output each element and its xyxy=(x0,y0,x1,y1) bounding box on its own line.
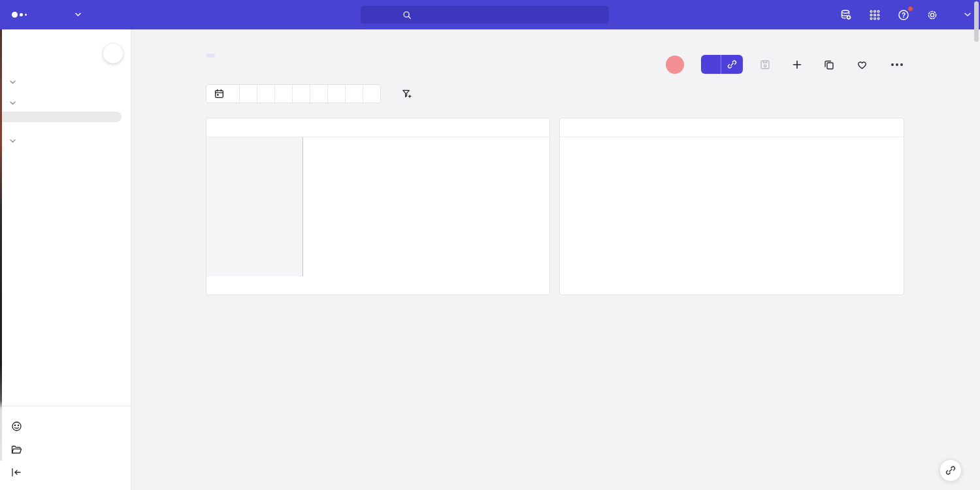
chevron-down-icon xyxy=(10,139,16,143)
preset-3m[interactable] xyxy=(310,85,327,103)
avatar[interactable] xyxy=(666,56,684,74)
favorite-button[interactable] xyxy=(857,59,873,70)
duplicate-icon xyxy=(824,59,834,70)
search-input[interactable] xyxy=(417,10,567,20)
search-icon xyxy=(402,10,412,20)
apps-grid-icon[interactable] xyxy=(868,8,882,22)
duplicate-button[interactable] xyxy=(824,59,840,70)
global-search[interactable] xyxy=(361,6,609,24)
nav-item-dashboards[interactable] xyxy=(44,0,62,29)
preset-6m[interactable] xyxy=(327,85,345,103)
sidebar-section-created-by-you[interactable] xyxy=(0,139,131,143)
preset-30d[interactable] xyxy=(292,85,310,103)
mode-logo[interactable] xyxy=(12,12,27,18)
background-window-edge xyxy=(0,29,2,461)
heart-icon xyxy=(857,59,868,70)
smiley-icon xyxy=(11,421,22,432)
sidebar-section-favorites[interactable] xyxy=(0,80,131,84)
share-link-button[interactable] xyxy=(721,55,743,74)
nav-item-users[interactable] xyxy=(90,0,108,29)
calendar-icon xyxy=(214,89,224,99)
sidebar-footer xyxy=(0,406,131,490)
share-button-label xyxy=(701,55,721,74)
chevron-down-icon xyxy=(75,12,81,17)
data-sources-icon[interactable] xyxy=(839,8,853,22)
more-options-icon[interactable] xyxy=(890,61,904,69)
help-icon[interactable]: ? xyxy=(896,8,911,22)
bar-chart-plot xyxy=(206,137,549,276)
link-icon xyxy=(945,465,956,476)
preset-default[interactable] xyxy=(363,85,380,103)
visibility-badge xyxy=(206,54,215,57)
add-report-button[interactable] xyxy=(792,60,807,69)
preset-today[interactable] xyxy=(239,85,257,103)
collapse-icon xyxy=(11,468,22,477)
save-button[interactable] xyxy=(760,59,776,70)
preset-yesterday[interactable] xyxy=(257,85,274,103)
notification-badge xyxy=(907,6,913,12)
link-icon xyxy=(727,59,737,69)
main-content xyxy=(131,29,980,490)
sidebar-item-public-podcast-data-created[interactable] xyxy=(0,150,131,160)
chevron-down-icon xyxy=(10,80,16,84)
preset-7d[interactable] xyxy=(274,85,292,103)
nav-item-reports[interactable] xyxy=(62,0,90,29)
plus-icon xyxy=(792,60,802,69)
all-dashboards-button[interactable] xyxy=(0,438,131,461)
line-chart-card xyxy=(559,118,904,295)
preset-12m[interactable] xyxy=(345,85,363,103)
filter-icon xyxy=(402,89,412,99)
chevron-down-icon xyxy=(964,12,971,17)
collapse-sidebar-button[interactable] xyxy=(0,461,131,483)
date-range-picker[interactable] xyxy=(206,85,239,103)
save-icon xyxy=(760,59,770,70)
settings-gear-icon[interactable] xyxy=(925,8,939,22)
page-scrollbar[interactable] xyxy=(974,1,979,42)
sidebar-item-public-podcast-data[interactable] xyxy=(0,112,122,122)
filter-button[interactable] xyxy=(402,89,417,99)
floating-link-button[interactable] xyxy=(939,459,962,482)
folder-icon xyxy=(11,445,22,455)
chart-legend xyxy=(560,143,904,150)
workspace-switcher[interactable] xyxy=(958,12,971,17)
most-viewed-dashboards-button[interactable] xyxy=(0,414,131,438)
sidebar xyxy=(0,29,131,490)
share-button[interactable] xyxy=(701,55,743,74)
date-range-control xyxy=(206,84,381,103)
top-navbar: ? xyxy=(0,0,980,29)
svg-text:?: ? xyxy=(902,11,906,18)
sidebar-section-recently-viewed[interactable] xyxy=(0,101,131,105)
add-dashboard-button[interactable] xyxy=(103,44,123,63)
legend-swatch xyxy=(727,143,733,150)
chevron-down-icon xyxy=(10,101,16,105)
line-chart-plot[interactable] xyxy=(564,151,900,274)
bar-chart-card xyxy=(206,118,550,295)
